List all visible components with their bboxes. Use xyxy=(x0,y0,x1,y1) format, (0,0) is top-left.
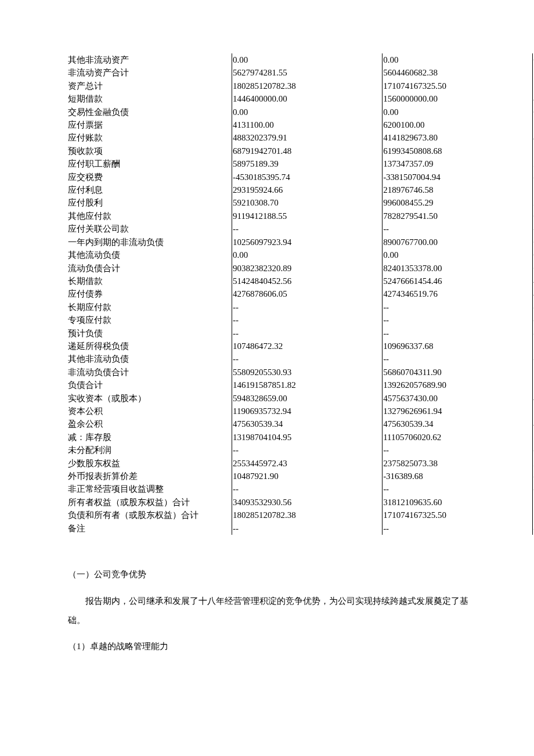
row-label: 负债和所有者（或股东权益）合计 xyxy=(68,509,232,521)
table-row: 其他非流动负债------ xyxy=(68,352,534,365)
row-value: 52476661454.46 xyxy=(383,275,533,287)
row-label: 应付利息 xyxy=(68,183,232,196)
table-row: 长期借款51424840452.5652476661454.4647029378… xyxy=(68,275,534,287)
row-label: 流动负债合计 xyxy=(68,262,232,275)
row-value: 82401353378.00 xyxy=(383,262,533,275)
row-label: 减：库存股 xyxy=(68,431,232,444)
narrative-section: （一）公司竞争优势 报告期内，公司继承和发展了十八年经营管理积淀的竞争优势，为公… xyxy=(68,535,471,653)
row-label: 递延所得税负债 xyxy=(68,340,232,352)
row-value: 475630539.34 xyxy=(383,417,533,430)
row-value: 1446400000.00 xyxy=(232,92,382,105)
row-label: 非流动资产合计 xyxy=(68,66,232,79)
row-label: 未分配利润 xyxy=(68,444,232,456)
row-value: -- xyxy=(232,352,382,365)
row-value: 171074167325.50 xyxy=(383,509,533,521)
row-label: 其他非流动负债 xyxy=(68,352,232,365)
table-row: 专项应付款------ xyxy=(68,314,534,326)
row-value: 4575637430.00 xyxy=(383,392,533,405)
row-value: 5627974281.55 xyxy=(232,66,382,79)
table-row: 应付利息293195924.66218976746.58143932910.96 xyxy=(68,183,534,196)
row-value: -- xyxy=(383,352,533,365)
row-value: -- xyxy=(232,314,382,326)
row-value: 51424840452.56 xyxy=(232,275,382,287)
row-value: 9119412188.55 xyxy=(232,210,382,222)
row-value: -- xyxy=(232,301,382,314)
row-value: -- xyxy=(383,222,533,235)
row-value: 59210308.70 xyxy=(232,196,382,209)
table-row: 备注------ xyxy=(68,522,534,535)
row-value: 996008455.29 xyxy=(383,196,533,209)
table-row: 应付债券4276878606.054274346519.764271786299… xyxy=(68,287,534,300)
row-value: 56860704311.90 xyxy=(383,366,533,379)
row-label: 外币报表折算价差 xyxy=(68,470,232,483)
section-heading: （一）公司竞争优势 xyxy=(68,567,471,581)
row-value: 11906935732.94 xyxy=(232,405,382,417)
table-row: 应付账款4883202379.914141829673.804209513742… xyxy=(68,131,534,144)
row-value: -- xyxy=(232,327,382,340)
row-value: 139262057689.90 xyxy=(383,379,533,391)
balance-sheet-table: 其他非流动资产0.000.000.00非流动资产合计5627974281.555… xyxy=(68,53,534,535)
row-value: -- xyxy=(232,444,382,456)
table-row: 一年内到期的非流动负债10256097923.948900767700.0068… xyxy=(68,236,534,249)
row-label: 备注 xyxy=(68,522,232,535)
row-label: 交易性金融负债 xyxy=(68,106,232,118)
row-label: 负债合计 xyxy=(68,379,232,391)
row-label: 资本公积 xyxy=(68,405,232,417)
row-label: 非正常经营项目收益调整 xyxy=(68,483,232,495)
row-value: 171074167325.50 xyxy=(383,80,533,92)
row-value: -316389.68 xyxy=(383,470,533,483)
row-value: 31812109635.60 xyxy=(383,496,533,509)
table-row: 实收资本（或股本）5948328659.004575637430.0045756… xyxy=(68,392,534,405)
table-row: 未分配利润------ xyxy=(68,444,534,456)
row-value: -- xyxy=(383,483,533,495)
row-value: 4131100.00 xyxy=(232,118,382,131)
table-row: 盈余公积475630539.34475630539.34475630539.34 xyxy=(68,417,534,430)
table-row: 短期借款1446400000.001560000000.00450000000.… xyxy=(68,92,534,105)
table-row: 递延所得税负债107486472.32109696337.68109802286… xyxy=(68,340,534,352)
table-row: 应交税费-4530185395.74-3381507004.94-1478091… xyxy=(68,171,534,183)
row-value: -- xyxy=(232,522,382,535)
row-label: 盈余公积 xyxy=(68,417,232,430)
table-row: 应付职工薪酬58975189.39137347357.09240519095.0… xyxy=(68,157,534,170)
subsection-heading: （1）卓越的战略管理能力 xyxy=(68,639,471,653)
row-label: 预收款项 xyxy=(68,145,232,157)
document-page: 其他非流动资产0.000.000.00非流动资产合计5627974281.555… xyxy=(0,0,534,653)
row-value: 0.00 xyxy=(383,53,533,66)
row-label: 实收资本（或股本） xyxy=(68,392,232,405)
row-value: 11105706020.62 xyxy=(383,431,533,444)
row-label: 专项应付款 xyxy=(68,314,232,326)
table-row: 交易性金融负债0.000.000.00 xyxy=(68,106,534,118)
row-value: 293195924.66 xyxy=(232,183,382,196)
row-label: 其他流动负债 xyxy=(68,249,232,261)
table-row: 其他非流动资产0.000.000.00 xyxy=(68,53,534,66)
row-label: 长期借款 xyxy=(68,275,232,287)
table-row: 资本公积11906935732.9413279626961.9413279626… xyxy=(68,405,534,417)
table-row: 非流动资产合计5627974281.555604460682.385656315… xyxy=(68,66,534,79)
table-row: 负债和所有者（或股东权益）合计180285120782.381710741673… xyxy=(68,509,534,521)
row-label: 所有者权益（或股东权益）合计 xyxy=(68,496,232,509)
table-row: 非流动负债合计55809205530.9356860704311.9051410… xyxy=(68,366,534,379)
table-row: 外币报表折算价差10487921.90-316389.68-307709.68 xyxy=(68,470,534,483)
row-value: 10256097923.94 xyxy=(232,236,382,249)
row-label: 非流动负债合计 xyxy=(68,366,232,379)
row-value: 0.00 xyxy=(383,106,533,118)
table-row: 负债合计146191587851.82139262057689.90120307… xyxy=(68,379,534,391)
row-value: 61993450808.68 xyxy=(383,145,533,157)
row-value: 13198704104.95 xyxy=(232,431,382,444)
row-value: 0.00 xyxy=(232,106,382,118)
row-label: 应付债券 xyxy=(68,287,232,300)
row-value: 4141829673.80 xyxy=(383,131,533,144)
table-row: 应付关联公司款------ xyxy=(68,222,534,235)
row-value: -3381507004.94 xyxy=(383,171,533,183)
row-value: 5604460682.38 xyxy=(383,66,533,79)
table-row: 预计负债------ xyxy=(68,327,534,340)
row-value: 1560000000.00 xyxy=(383,92,533,105)
row-label: 一年内到期的非流动负债 xyxy=(68,236,232,249)
row-value: 218976746.58 xyxy=(383,183,533,196)
row-value: 2375825073.38 xyxy=(383,457,533,470)
row-label: 应交税费 xyxy=(68,171,232,183)
table-row: 应付股利59210308.70996008455.2921397682.70 xyxy=(68,196,534,209)
row-value: -- xyxy=(232,222,382,235)
row-value: 0.00 xyxy=(232,249,382,261)
table-row: 其他流动负债0.000.000.00 xyxy=(68,249,534,261)
